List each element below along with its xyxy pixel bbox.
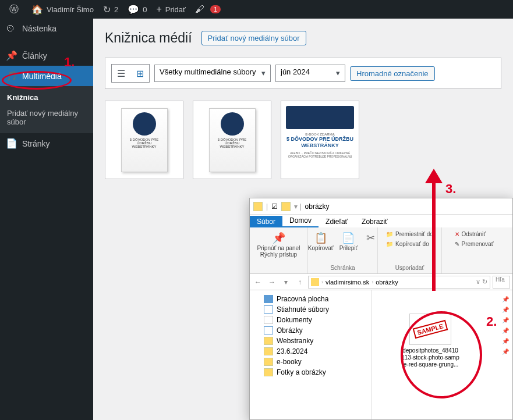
sample-stamp: SAMPLE — [413, 320, 448, 339]
breadcrumb-part-2[interactable]: obrázky — [376, 279, 398, 286]
media-grid: 5 DÔVODOV PRE ÚDRŽBU WEBSTRÁNKY 5 DÔVODO… — [105, 101, 501, 179]
tree-ebooky[interactable]: e-booky — [250, 357, 372, 367]
paste-button[interactable]: 📄Prilepiť — [338, 230, 359, 252]
breadcrumb-part-1[interactable]: vladimirsimo.sk — [326, 279, 369, 286]
submenu-library[interactable]: Knižnica — [0, 90, 93, 105]
rename-button[interactable]: ✎Premenovať — [454, 240, 495, 248]
documents-icon — [264, 316, 273, 324]
sidebar-media[interactable]: 🎵Multimédiá — [0, 66, 93, 86]
media-toolbar: ☰ ⊞ Všetky multimediálne súbory jún 2024… — [105, 58, 501, 89]
organize-group-label: Usporiadať — [395, 265, 424, 271]
pin-icon: 📌 — [6, 50, 17, 61]
titlebar-sep: ▾ | — [294, 202, 301, 211]
list-view-button[interactable]: ☰ — [112, 65, 130, 82]
sidebar-dashboard[interactable]: ⏲Nástenka — [0, 19, 93, 38]
bulk-select-button[interactable]: Hromadné označenie — [350, 66, 435, 81]
copy-button[interactable]: 📋Kopírovať — [307, 230, 335, 252]
posts-label: Články — [22, 51, 47, 60]
media-item-2[interactable]: 5 DÔVODOV PRE ÚDRŽBU WEBSTRÁNKY — [193, 101, 271, 179]
copyto-icon: 📁 — [386, 241, 393, 247]
history-button[interactable]: ▾ — [280, 276, 292, 288]
home-icon: 🏠 — [31, 4, 43, 15]
clipboard-group-label: Schránka — [330, 265, 355, 271]
tab-view[interactable]: Zobraziť — [355, 216, 395, 227]
tab-home[interactable]: Domov — [282, 215, 319, 227]
folder-icon — [264, 368, 273, 376]
media-icon: 🎵 — [6, 70, 17, 81]
admin-bar: ⓦ 🏠Vladimír Šimo ↻2 💬0 +Pridať 🖌1 — [0, 0, 513, 19]
pin-icon: 📌 — [272, 231, 286, 245]
explorer-titlebar[interactable]: | ☑ ▾ | obrázky — [250, 198, 512, 215]
plus-icon: + — [156, 4, 161, 15]
folder-icon — [264, 347, 273, 355]
checkbox-icon: ☑ — [271, 202, 278, 211]
media-item-3[interactable]: E-BOOK ZDARMA 5 DÔVODOV PRE ÚDRŽBU WEBST… — [281, 101, 359, 179]
comment-icon: 💬 — [128, 4, 139, 15]
explorer-body: Pracovná plocha📌 Stiahnuté súbory📌 Dokum… — [250, 290, 512, 419]
forward-button[interactable]: → — [266, 276, 278, 288]
dashboard-label: Nástenka — [22, 24, 56, 33]
desktop-icon — [264, 295, 273, 303]
tree-date[interactable]: 23.6.2024📌 — [250, 346, 372, 357]
add-media-button[interactable]: Pridať nový mediálny súbor — [201, 31, 306, 45]
add-new-link[interactable]: +Pridať — [151, 0, 190, 19]
add-label: Pridať — [165, 5, 186, 14]
tree-documents[interactable]: Dokumenty📌 — [250, 315, 372, 325]
media-label: Multimédiá — [22, 72, 62, 81]
file-explorer-window: | ☑ ▾ | obrázky Súbor Domov Zdieľať Zobr… — [249, 198, 513, 420]
filter-type-select[interactable]: Všetky multimediálne súbory — [154, 65, 271, 82]
back-button[interactable]: ← — [252, 276, 264, 288]
pages-label: Stránky — [22, 139, 49, 148]
tree-webstranky[interactable]: Webstranky📌 — [250, 336, 372, 346]
delete-button[interactable]: ✕Odstrániť — [454, 230, 487, 239]
window-title: obrázky — [305, 202, 330, 211]
site-link[interactable]: 🏠Vladimír Šimo — [27, 0, 98, 19]
move-button[interactable]: 📁Premiestniť do — [385, 230, 434, 239]
titlebar-sep: | — [266, 202, 268, 211]
folder-icon — [253, 202, 263, 211]
page-title: Knižnica médií — [105, 30, 192, 46]
breadcrumb[interactable]: › vladimirsimo.sk › obrázky ∨ ↻ — [308, 276, 490, 289]
notifications[interactable]: 🖌1 — [190, 0, 225, 19]
tab-share[interactable]: Zdieľať — [319, 216, 355, 227]
file-sample-image[interactable]: SAMPLE depositphotos_48410113-stock-phot… — [401, 314, 459, 368]
brush-icon: 🖌 — [195, 4, 204, 15]
grid-view-button[interactable]: ⊞ — [130, 65, 149, 82]
pin-button[interactable]: 📌Pripnúť na panel Rýchly prístup — [254, 230, 303, 259]
filter-date-label: jún 2024 — [281, 67, 310, 76]
explorer-search[interactable]: Hľa — [493, 276, 510, 289]
refresh-link[interactable]: ↻2 — [98, 0, 123, 19]
cut-button[interactable]: ✂ — [362, 230, 378, 252]
folder-icon — [281, 202, 291, 211]
submenu-add[interactable]: Pridať nový mediálny súbor — [0, 105, 93, 130]
filter-date-select[interactable]: jún 2024 — [275, 65, 345, 82]
move-icon: 📁 — [386, 231, 393, 237]
files-pane[interactable]: SAMPLE depositphotos_48410113-stock-phot… — [372, 290, 512, 419]
folder-tree: Pracovná plocha📌 Stiahnuté súbory📌 Dokum… — [250, 290, 372, 419]
flyer-thumbnail: E-BOOK ZDARMA 5 DÔVODOV PRE ÚDRŽBU WEBST… — [281, 101, 359, 179]
ribbon: 📌Pripnúť na panel Rýchly prístup 📋Kopíro… — [250, 227, 512, 274]
book-thumbnail: 5 DÔVODOV PRE ÚDRŽBU WEBSTRÁNKY — [209, 108, 256, 172]
tab-file[interactable]: Súbor — [250, 216, 282, 227]
tree-pictures[interactable]: Obrázky📌 — [250, 325, 372, 336]
media-item-1[interactable]: 5 DÔVODOV PRE ÚDRŽBU WEBSTRÁNKY — [105, 101, 183, 179]
sidebar-pages[interactable]: 📄Stránky — [0, 133, 93, 154]
copyto-button[interactable]: 📁Kopírovať do — [385, 240, 430, 248]
wp-logo[interactable]: ⓦ — [5, 0, 27, 19]
tree-desktop[interactable]: Pracovná plocha📌 — [250, 294, 372, 304]
up-button[interactable]: ↑ — [294, 276, 306, 288]
page-icon: 📄 — [6, 138, 17, 149]
explorer-nav: ← → ▾ ↑ › vladimirsimo.sk › obrázky ∨ ↻ … — [250, 274, 512, 290]
folder-icon — [264, 337, 273, 345]
pictures-icon — [264, 326, 273, 334]
comments-link[interactable]: 💬0 — [123, 0, 151, 19]
rename-icon: ✎ — [455, 241, 459, 247]
sidebar-posts[interactable]: 📌Články — [0, 45, 93, 66]
tree-downloads[interactable]: Stiahnuté súbory📌 — [250, 304, 372, 315]
refresh-count: 2 — [114, 5, 118, 14]
ribbon-tabs: Súbor Domov Zdieľať Zobraziť — [250, 215, 512, 227]
tree-fotky[interactable]: Fotky a obrázky — [250, 367, 372, 378]
comments-count: 0 — [143, 5, 147, 14]
paste-icon: 📄 — [341, 231, 355, 245]
refresh-icon: ↻ — [103, 4, 111, 15]
